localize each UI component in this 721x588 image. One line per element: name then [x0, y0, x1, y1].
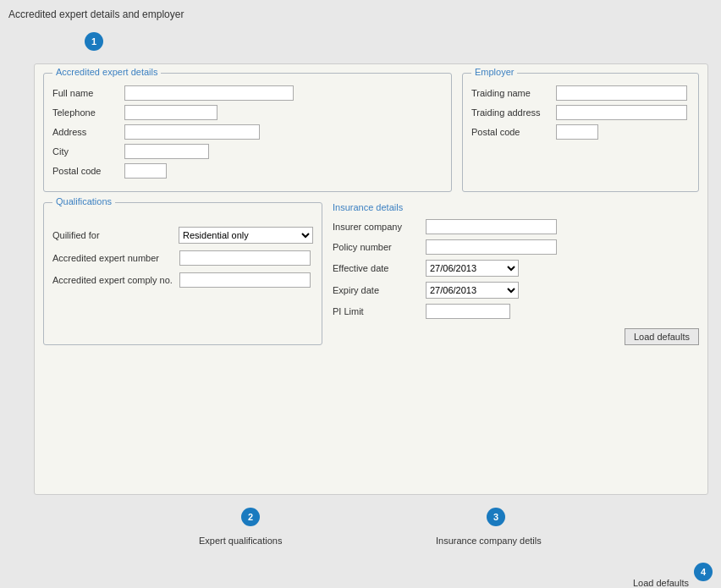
pi-limit-label: PI Limit: [333, 306, 426, 316]
telephone-input[interactable]: [124, 105, 217, 120]
postal-code-emp-input[interactable]: [556, 124, 598, 140]
callout-3-label: Insurance company detils: [436, 536, 542, 546]
callout-2-label: Expert qualifications: [199, 536, 282, 546]
insurance-section-title: Insurance details: [333, 202, 699, 212]
accredited-comply-row: Accredited expert comply no.: [52, 272, 313, 288]
insurer-company-label: Insurer company: [333, 222, 426, 232]
full-name-row: Full name: [52, 85, 443, 101]
page-container: Accredited expert details and employer 1…: [0, 0, 721, 588]
telephone-row: Telephone: [52, 105, 443, 120]
callout-4-label: Load defaults: [633, 578, 689, 588]
top-annotation: Accredited expert details and employer: [8, 8, 184, 20]
accredited-comply-input[interactable]: [179, 272, 311, 288]
expiry-date-label: Expiry date: [333, 285, 426, 295]
accredited-comply-label: Accredited expert comply no.: [52, 275, 179, 285]
trading-address-label: Traiding address: [471, 107, 556, 118]
expiry-date-row: Expiry date 27/06/2013: [333, 282, 699, 299]
telephone-label: Telephone: [52, 107, 124, 118]
policy-number-row: Policy number: [333, 239, 699, 255]
qualified-for-row: Quilified for Residential only Commercia…: [52, 227, 313, 244]
qualifications-title: Qualifications: [52, 196, 115, 206]
postal-code-acc-label: Postal code: [52, 166, 124, 176]
main-panel: Accredited expert details Full name Tele…: [34, 63, 708, 495]
trading-name-label: Traiding name: [471, 88, 556, 98]
pi-limit-input[interactable]: [426, 304, 510, 319]
qualifications-section: Qualifications Quilified for Residential…: [43, 202, 322, 345]
accredited-section-title: Accredited expert details: [52, 67, 161, 77]
address-row: Address: [52, 124, 443, 140]
postal-code-emp-row: Postal code: [471, 124, 690, 140]
callout-3: 3: [487, 508, 505, 526]
address-input[interactable]: [124, 124, 260, 140]
accredited-number-input[interactable]: [179, 250, 311, 266]
city-label: City: [52, 146, 124, 157]
trading-address-row: Traiding address: [471, 105, 690, 120]
effective-date-select[interactable]: 27/06/2013: [426, 260, 519, 277]
trading-address-input[interactable]: [556, 105, 687, 120]
employer-section-title: Employer: [471, 67, 517, 77]
insurance-wrapper: Insurance details Insurer company Policy…: [333, 202, 699, 345]
expiry-date-select[interactable]: 27/06/2013: [426, 282, 519, 299]
effective-date-label: Effective date: [333, 263, 426, 273]
pi-limit-row: PI Limit: [333, 304, 699, 319]
address-label: Address: [52, 127, 124, 137]
employer-section: Employer Traiding name Traiding address …: [462, 73, 699, 192]
accredited-number-label: Accredited expert number: [52, 253, 179, 263]
insurer-company-input[interactable]: [426, 219, 557, 234]
policy-number-input[interactable]: [426, 239, 557, 255]
effective-date-row: Effective date 27/06/2013: [333, 260, 699, 277]
trading-name-input[interactable]: [556, 85, 687, 101]
qualified-for-select[interactable]: Residential only Commercial only Both: [179, 227, 313, 244]
insurer-company-row: Insurer company: [333, 219, 699, 234]
callout-4: 4: [694, 563, 713, 581]
postal-code-acc-row: Postal code: [52, 163, 443, 179]
qualified-for-label: Quilified for: [52, 230, 179, 240]
callout-2: 2: [241, 508, 260, 526]
top-row: Accredited expert details Full name Tele…: [43, 73, 699, 192]
full-name-input[interactable]: [124, 85, 294, 101]
policy-number-label: Policy number: [333, 242, 426, 252]
postal-code-acc-input[interactable]: [124, 163, 167, 179]
city-row: City: [52, 144, 443, 159]
accredited-number-row: Accredited expert number: [52, 250, 313, 266]
load-defaults-button[interactable]: Load defaults: [625, 328, 699, 345]
city-input[interactable]: [124, 144, 209, 159]
callout-1: 1: [85, 32, 103, 51]
trading-name-row: Traiding name: [471, 85, 690, 101]
bottom-row: Qualifications Quilified for Residential…: [43, 202, 699, 345]
accredited-expert-section: Accredited expert details Full name Tele…: [43, 73, 452, 192]
full-name-label: Full name: [52, 88, 124, 98]
postal-code-emp-label: Postal code: [471, 127, 556, 137]
